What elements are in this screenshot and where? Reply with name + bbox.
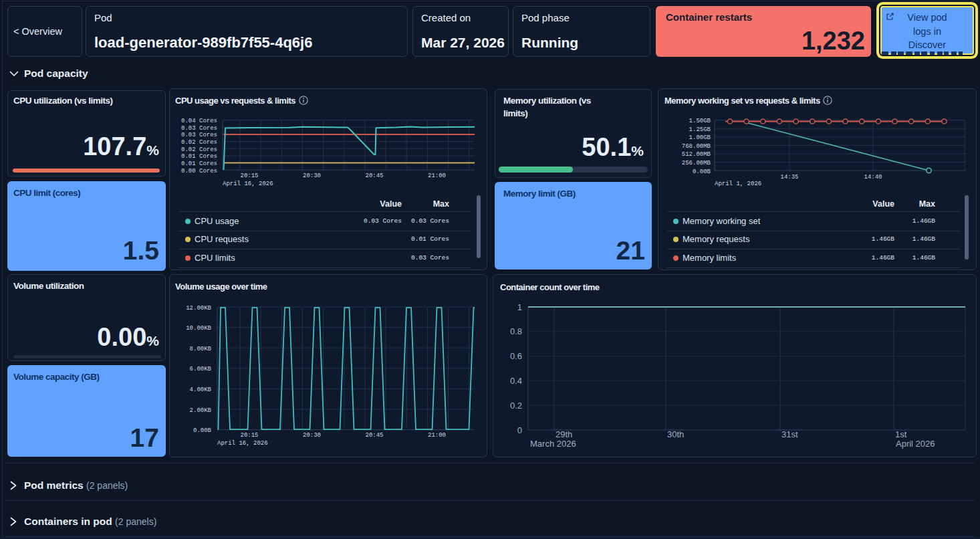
svg-text:512.00MB: 512.00MB	[682, 151, 711, 158]
svg-text:768.00MB: 768.00MB	[682, 143, 711, 150]
svg-text:0.03 Cores: 0.03 Cores	[181, 132, 217, 138]
svg-text:1.50GB: 1.50GB	[689, 118, 711, 124]
svg-text:21:00: 21:00	[428, 173, 446, 179]
svg-text:0.00B: 0.00B	[193, 427, 212, 434]
svg-text:20:45: 20:45	[365, 173, 383, 179]
svg-text:256.00MB: 256.00MB	[682, 160, 711, 167]
svg-text:31st: 31st	[781, 429, 798, 439]
svg-text:20:15: 20:15	[240, 432, 258, 439]
svg-text:20:30: 20:30	[303, 173, 321, 179]
svg-text:0.8: 0.8	[510, 326, 522, 336]
svg-text:April 16, 2026: April 16, 2026	[217, 440, 268, 447]
svg-text:April 16, 2026: April 16, 2026	[223, 181, 273, 187]
svg-text:0.03 Cores: 0.03 Cores	[181, 125, 217, 132]
svg-text:0.01 Cores: 0.01 Cores	[181, 153, 217, 160]
svg-text:0.01 Cores: 0.01 Cores	[181, 160, 217, 167]
svg-text:20:30: 20:30	[303, 432, 321, 439]
svg-text:0.2: 0.2	[510, 401, 522, 411]
svg-text:29th: 29th	[556, 429, 572, 439]
svg-text:12.00KB: 12.00KB	[186, 305, 211, 312]
svg-text:4.00KB: 4.00KB	[190, 387, 212, 393]
svg-text:20:45: 20:45	[365, 432, 383, 439]
svg-text:1.00GB: 1.00GB	[689, 134, 711, 141]
svg-text:0.4: 0.4	[510, 376, 522, 386]
svg-text:21:00: 21:00	[428, 432, 446, 439]
svg-text:14:40: 14:40	[864, 174, 882, 181]
svg-text:0.02 Cores: 0.02 Cores	[181, 139, 217, 146]
svg-text:0.00 Cores: 0.00 Cores	[181, 168, 217, 175]
svg-text:2.00KB: 2.00KB	[190, 407, 212, 414]
svg-text:0.00B: 0.00B	[693, 169, 711, 175]
svg-text:20:15: 20:15	[240, 173, 258, 179]
svg-text:1st: 1st	[895, 429, 907, 439]
svg-text:10.00KB: 10.00KB	[186, 325, 211, 332]
svg-text:6.00KB: 6.00KB	[190, 366, 212, 372]
svg-text:1.25GB: 1.25GB	[689, 126, 711, 133]
svg-text:14:35: 14:35	[780, 174, 798, 181]
svg-text:March 2026: March 2026	[530, 439, 576, 449]
svg-text:0: 0	[517, 425, 522, 435]
svg-text:0.04 Cores: 0.04 Cores	[181, 118, 217, 124]
svg-text:0.6: 0.6	[510, 351, 522, 361]
svg-text:1: 1	[517, 302, 522, 312]
svg-text:30th: 30th	[667, 429, 684, 439]
svg-text:0.02 Cores: 0.02 Cores	[181, 146, 217, 153]
svg-text:April 1, 2026: April 1, 2026	[715, 181, 761, 187]
svg-text:April 2026: April 2026	[896, 439, 935, 449]
svg-text:8.00KB: 8.00KB	[190, 346, 212, 352]
